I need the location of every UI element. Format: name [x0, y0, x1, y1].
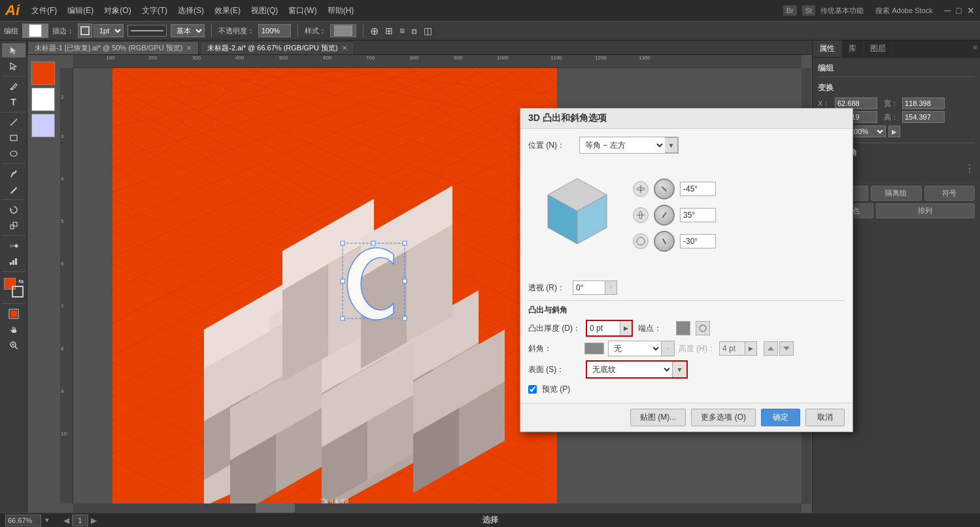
dialog-position-arrow[interactable]: ▼	[665, 137, 678, 153]
dialog-extrude-depth-input[interactable]	[587, 321, 620, 335]
menu-window[interactable]: 窗口(W)	[284, 4, 320, 18]
dialog-perspective-arrow[interactable]: ▼	[605, 280, 617, 295]
stroke-weight[interactable]: 1pt	[93, 24, 124, 37]
swatch-orange[interactable]	[31, 61, 55, 85]
maximize-btn[interactable]: □	[956, 5, 962, 16]
rotation-z-dial[interactable]	[654, 231, 675, 252]
tab-1[interactable]: 未标题-1 [已恢复].ai* @ 50% (RGB/GPU 预览) ✕	[27, 41, 199, 54]
opacity-input[interactable]	[258, 24, 291, 37]
dialog-height-arrow[interactable]: ▶	[745, 341, 757, 356]
tool-ellipse[interactable]	[2, 146, 25, 161]
dialog-more-btn[interactable]: 更多选项 (O)	[691, 409, 756, 426]
stroke-style-dropdown[interactable]: 基本	[171, 24, 205, 37]
dialog-cancel-btn[interactable]: 取消	[805, 409, 845, 426]
fill-stroke-switcher[interactable]: ⇆	[2, 276, 25, 299]
transform-icon[interactable]: ⊕	[370, 25, 379, 37]
rotation-x-dial[interactable]	[654, 178, 675, 199]
tool-line[interactable]	[2, 115, 25, 129]
tool-scale[interactable]	[2, 218, 25, 233]
next-page-btn[interactable]: ▶	[91, 516, 97, 525]
stroke-preview[interactable]	[127, 25, 167, 37]
stroke-color[interactable]	[78, 24, 92, 38]
rotation-z-input[interactable]	[680, 234, 716, 248]
rotation-y-input[interactable]	[680, 208, 716, 222]
dialog-position-dropdown[interactable]: 等角 − 左方	[580, 137, 665, 153]
swatch-white[interactable]	[31, 88, 55, 111]
tool-pencil[interactable]	[2, 182, 25, 197]
tool-paint[interactable]	[2, 167, 25, 181]
panel-collapse[interactable]: ≡	[971, 41, 980, 57]
dialog-surface-arrow[interactable]: ▼	[672, 362, 686, 377]
menu-edit[interactable]: 编辑(E)	[63, 4, 97, 18]
tool-type[interactable]: T	[2, 95, 25, 109]
dialog-height-icon2[interactable]	[779, 341, 794, 356]
tool-blend[interactable]	[2, 239, 25, 253]
tool-artboard[interactable]	[2, 307, 25, 321]
zoom-input[interactable]	[5, 515, 41, 526]
dialog-preview-checkbox[interactable]	[528, 385, 537, 394]
dialog-preview-label[interactable]: 预览 (P)	[542, 384, 570, 395]
dialog-perspective-input[interactable]	[573, 280, 605, 295]
panel-more-btn[interactable]: ⋮	[964, 162, 975, 175]
scrollbar-horizontal[interactable]	[73, 503, 802, 513]
tool-graph[interactable]	[2, 254, 25, 269]
tool-separator-3	[2, 163, 25, 164]
pathfinder-icon[interactable]: ◫	[424, 26, 432, 36]
zoom-down-arrow[interactable]: ▼	[44, 517, 50, 524]
rotation-x-icon	[633, 181, 649, 197]
swap-icon[interactable]: ⇆	[18, 278, 24, 285]
tab-2[interactable]: 未标题-2.ai* @ 66.67% (RGB/GPU 预览) ✕	[200, 41, 354, 54]
menu-help[interactable]: 帮助(H)	[324, 4, 358, 18]
arrange-icon[interactable]: ⧈	[411, 26, 417, 37]
dialog-cap-btn-1[interactable]	[676, 321, 690, 335]
dialog-ok-btn[interactable]: 确定	[761, 409, 800, 426]
close-btn[interactable]: ✕	[967, 5, 975, 16]
dialog-bevel-dropdown[interactable]: 无	[609, 341, 661, 356]
dialog-title-bar[interactable]: 3D 凸出和斜角选项	[520, 109, 853, 129]
panel-tab-library[interactable]: 库	[842, 41, 864, 57]
tool-rect[interactable]	[2, 131, 25, 145]
rotation-x-input[interactable]	[680, 182, 716, 196]
menu-effect[interactable]: 效果(E)	[211, 4, 245, 18]
swatch-lightblue[interactable]	[31, 114, 55, 137]
fill-swatch[interactable]	[22, 24, 48, 38]
transform-arrow-right[interactable]: ▶	[888, 126, 900, 137]
panel-h-input[interactable]	[902, 111, 945, 123]
rotation-y-dial[interactable]	[654, 205, 675, 226]
minimize-btn[interactable]: ─	[945, 5, 951, 16]
dialog-surface-dropdown[interactable]: 无底纹 线框 无底纹 扩散底纹 塑料效果底纹	[587, 362, 672, 377]
dialog-height-input[interactable]	[719, 341, 745, 356]
menu-file[interactable]: 文件(F)	[27, 4, 61, 18]
page-input[interactable]	[72, 515, 88, 526]
dialog-cap-btn-2[interactable]	[696, 321, 710, 335]
tool-pen[interactable]	[2, 79, 25, 94]
dialog-height-icon1[interactable]	[764, 341, 778, 356]
style-swatch[interactable]	[330, 24, 356, 37]
panel-btn-symbol[interactable]: 符号	[924, 186, 975, 201]
prev-page-btn[interactable]: ◀	[63, 516, 69, 525]
menu-select[interactable]: 选择(S)	[174, 4, 208, 18]
tool-rotate[interactable]	[2, 203, 25, 217]
panel-btn-isolate[interactable]: 隔离组	[871, 186, 921, 201]
menu-text[interactable]: 文字(T)	[138, 4, 171, 18]
panel-tab-layers[interactable]: 图层	[864, 41, 893, 57]
menu-object[interactable]: 对象(O)	[100, 4, 135, 18]
tool-hand[interactable]	[2, 322, 25, 337]
workspace-selector[interactable]: 传统基本功能	[820, 6, 864, 16]
stock-search[interactable]: 搜索 Adobe Stock	[875, 6, 932, 16]
panel-w-input[interactable]	[902, 97, 945, 109]
panel-tab-properties[interactable]: 属性	[813, 41, 842, 57]
dialog-map-btn[interactable]: 贴图 (M)...	[630, 409, 686, 426]
tool-direct-selection[interactable]	[2, 59, 25, 73]
dialog-bevel-arrow[interactable]: ▼	[661, 341, 674, 356]
distribute-icon[interactable]: ≡	[399, 26, 405, 36]
tab-2-close[interactable]: ✕	[342, 44, 347, 52]
tab-1-close[interactable]: ✕	[186, 44, 192, 52]
stroke-color-swatch[interactable]	[12, 286, 24, 298]
panel-btn-arrange[interactable]: 排列	[876, 203, 975, 218]
menu-view[interactable]: 视图(Q)	[247, 4, 282, 18]
dialog-extrude-depth-arrow[interactable]: ▶	[620, 321, 632, 335]
align-icon[interactable]: ⊞	[385, 26, 393, 36]
tool-zoom[interactable]	[2, 338, 25, 352]
tool-selection[interactable]	[2, 43, 25, 58]
